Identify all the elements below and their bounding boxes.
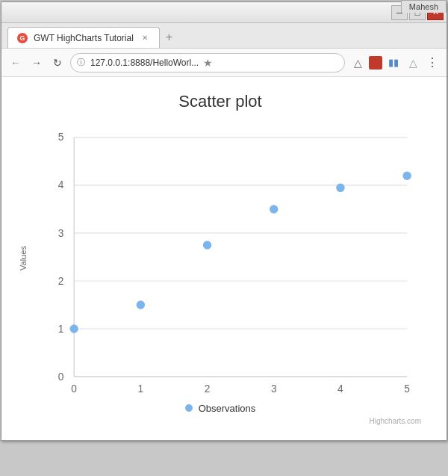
scatter-svg: 5 4 3 2 1 0 0 1 2 3 4 5: [31, 120, 424, 394]
extension-icon-1[interactable]: △: [349, 55, 366, 71]
legend-label-observations: Observations: [199, 403, 256, 414]
title-bar: ─ □ ✕: [1, 2, 447, 23]
chrome-menu-button[interactable]: ⋮: [424, 55, 441, 71]
tab-close-button[interactable]: ✕: [140, 33, 150, 43]
svg-text:3: 3: [58, 228, 64, 239]
svg-text:0: 0: [58, 371, 64, 383]
address-bar: ← → ↻ ⓘ 127.0.0.1:8888/HelloWorl... ★ △ …: [1, 49, 447, 77]
new-tab-button[interactable]: +: [160, 27, 178, 48]
svg-text:5: 5: [404, 383, 410, 395]
extension-icon-3[interactable]: △: [405, 55, 421, 71]
svg-text:1: 1: [58, 324, 64, 335]
toolbar: △ ▮▮ △ ⋮: [349, 55, 441, 71]
svg-text:4: 4: [58, 179, 64, 191]
address-input[interactable]: ⓘ 127.0.0.1:8888/HelloWorl... ★: [70, 53, 345, 72]
active-tab[interactable]: G GWT HighCharts Tutorial ✕: [7, 27, 160, 48]
extension-icon-red[interactable]: [369, 56, 382, 69]
browser-content: Scatter plot Values 5 4: [1, 77, 447, 440]
svg-text:0: 0: [71, 383, 77, 395]
data-point-4[interactable]: [336, 184, 344, 192]
user-badge: Mahesh: [401, 0, 447, 13]
svg-text:5: 5: [58, 132, 64, 143]
extension-icon-2[interactable]: ▮▮: [385, 55, 402, 71]
back-button[interactable]: ←: [7, 55, 24, 71]
reload-button[interactable]: ↻: [49, 55, 66, 71]
bookmark-star-icon[interactable]: ★: [203, 57, 213, 69]
highcharts-credit: Highcharts.com: [16, 417, 424, 425]
address-lock-icon: ⓘ: [77, 57, 85, 68]
browser-window: ─ □ ✕ G GWT HighCharts Tutorial ✕ + ← → …: [1, 1, 447, 441]
chart-container: Scatter plot Values 5 4: [9, 84, 439, 433]
svg-text:4: 4: [337, 383, 343, 395]
tab-title: GWT HighCharts Tutorial: [34, 33, 134, 43]
data-point-3[interactable]: [270, 205, 278, 213]
svg-text:2: 2: [205, 383, 211, 395]
svg-text:3: 3: [271, 383, 277, 395]
url-text: 127.0.0.1:8888/HelloWorl...: [90, 58, 199, 68]
data-point-1[interactable]: [137, 300, 145, 309]
forward-button[interactable]: →: [28, 55, 45, 71]
legend-dot-observations: [185, 404, 193, 412]
data-point-0[interactable]: [69, 324, 78, 333]
chart-area: Values 5 4 3 2: [16, 120, 424, 397]
y-axis-label: Values: [16, 120, 30, 397]
svg-text:2: 2: [58, 276, 64, 287]
data-point-2[interactable]: [203, 241, 211, 249]
data-point-5[interactable]: [402, 172, 411, 180]
svg-text:1: 1: [138, 383, 144, 395]
tab-favicon: G: [17, 33, 28, 43]
chart-legend: Observations: [16, 403, 424, 414]
chart-title: Scatter plot: [16, 92, 424, 111]
chart-plot: 5 4 3 2 1 0 0 1 2 3 4 5: [31, 120, 424, 397]
tab-bar: G GWT HighCharts Tutorial ✕ +: [1, 23, 447, 49]
